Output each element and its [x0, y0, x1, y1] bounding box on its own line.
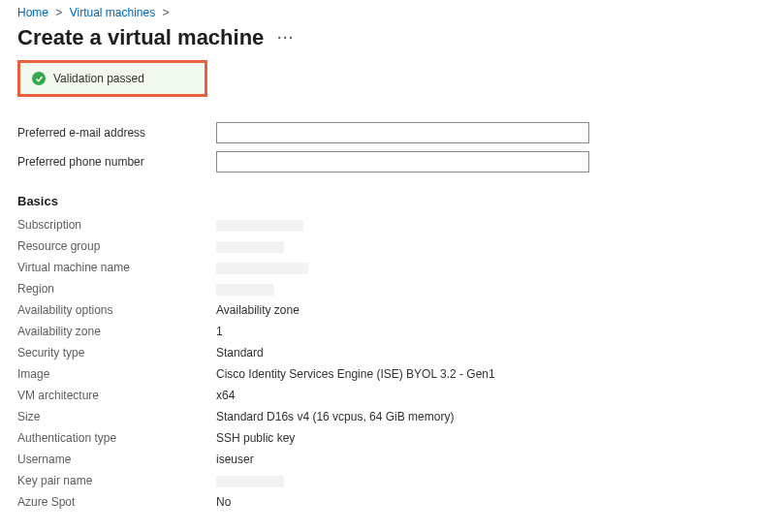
auth-type-value: SSH public key: [216, 429, 295, 447]
breadcrumb-home[interactable]: Home: [17, 6, 48, 19]
check-icon: [32, 72, 46, 85]
email-input[interactable]: [216, 122, 589, 143]
region-label: Region: [17, 280, 216, 297]
security-type-value: Standard: [216, 344, 264, 361]
auth-type-label: Authentication type: [17, 429, 216, 447]
page-title-text: Create a virtual machine: [17, 25, 264, 50]
azure-spot-value: No: [216, 493, 231, 511]
region-value: [216, 280, 274, 297]
more-icon[interactable]: ···: [277, 30, 295, 46]
username-value: iseuser: [216, 451, 254, 468]
chevron-right-icon: >: [163, 6, 170, 19]
phone-row: Preferred phone number: [0, 147, 757, 176]
breadcrumb-virtual-machines[interactable]: Virtual machines: [70, 6, 156, 19]
subscription-label: Subscription: [17, 216, 216, 234]
size-value: Standard D16s v4 (16 vcpus, 64 GiB memor…: [216, 408, 454, 425]
keypair-label: Key pair name: [17, 472, 216, 489]
resource-group-label: Resource group: [17, 237, 216, 255]
vm-arch-label: VM architecture: [17, 387, 216, 404]
vm-arch-value: x64: [216, 387, 235, 404]
validation-highlight: Validation passed: [17, 60, 207, 97]
security-type-label: Security type: [17, 344, 216, 361]
username-label: Username: [17, 451, 216, 468]
size-label: Size: [17, 408, 216, 425]
vm-name-label: Virtual machine name: [17, 259, 216, 276]
page-title: Create a virtual machine ···: [0, 21, 757, 60]
subscription-value: [216, 216, 303, 234]
image-label: Image: [17, 365, 216, 383]
email-row: Preferred e-mail address: [0, 118, 757, 147]
availability-zone-label: Availability zone: [17, 323, 216, 340]
availability-options-value: Availability zone: [216, 301, 300, 319]
section-basics: Basics: [0, 176, 757, 214]
phone-label: Preferred phone number: [17, 155, 216, 169]
resource-group-value: [216, 237, 284, 255]
section-disks: Disks: [0, 513, 757, 532]
keypair-value: [216, 472, 284, 489]
phone-input[interactable]: [216, 151, 589, 172]
azure-spot-label: Azure Spot: [17, 493, 216, 511]
chevron-right-icon: >: [55, 6, 62, 19]
availability-options-label: Availability options: [17, 301, 216, 319]
image-value: Cisco Identity Services Engine (ISE) BYO…: [216, 365, 495, 383]
validation-bar: Validation passed: [20, 63, 205, 94]
validation-text: Validation passed: [53, 72, 144, 85]
availability-zone-value: 1: [216, 323, 223, 340]
email-label: Preferred e-mail address: [17, 126, 216, 140]
breadcrumb: Home > Virtual machines >: [0, 0, 757, 21]
vm-name-value: [216, 259, 308, 276]
